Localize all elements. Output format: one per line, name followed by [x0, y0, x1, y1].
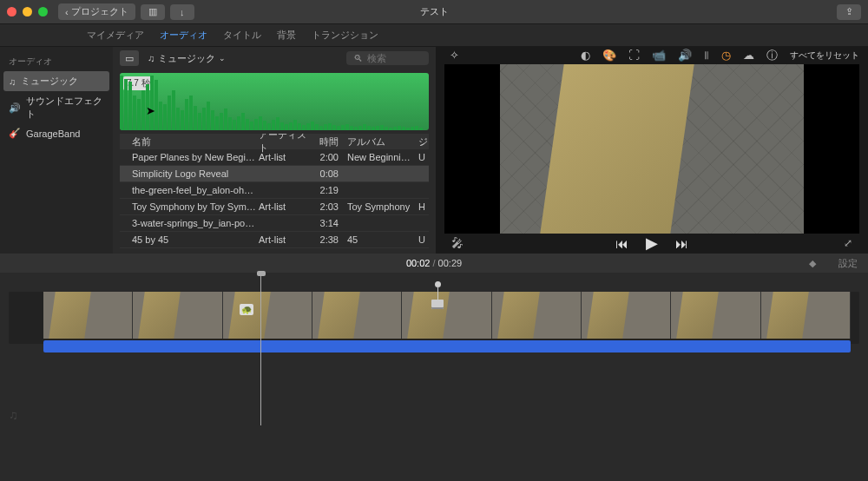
- speaker-icon: 🔊: [9, 102, 21, 114]
- volume-icon[interactable]: 🔊: [678, 49, 692, 62]
- speed-indicator-icon: 🐢: [240, 304, 253, 315]
- maximize-window[interactable]: [38, 7, 48, 16]
- library-icon: ▥: [148, 6, 157, 17]
- tab-backgrounds[interactable]: 背景: [277, 29, 296, 42]
- sidebar-item-label: サウンドエフェクト: [26, 95, 104, 121]
- time-display-bar: 00:02 / 00:29 ◆ 設定: [0, 254, 868, 273]
- timeline-clip[interactable]: [312, 292, 402, 339]
- timeline-clip[interactable]: [223, 292, 312, 339]
- info-icon[interactable]: ⓘ: [766, 48, 778, 63]
- view-mode-button[interactable]: ▭: [120, 50, 139, 66]
- music-icon: ♫: [148, 53, 155, 63]
- list-row[interactable]: 3-water-springs_by_ian-post...3:14: [120, 215, 429, 232]
- playback-controls: 🎤︎ ⏮ ▶ ⏭ ⤢: [436, 234, 868, 254]
- list-row[interactable]: Paper Planes by New Beginn...Art-list2:0…: [120, 149, 429, 166]
- audio-track[interactable]: [43, 340, 851, 353]
- settings-button[interactable]: 設定: [838, 257, 858, 270]
- timeline-clip[interactable]: [671, 292, 760, 339]
- sidebar-item-sfx[interactable]: 🔊 サウンドエフェクト: [0, 91, 113, 124]
- timeline-clip[interactable]: [761, 292, 851, 339]
- cell-time: 0:08: [307, 168, 339, 179]
- timeline-clip[interactable]: [43, 292, 133, 339]
- list-row[interactable]: Toy Symphony by Toy Symp...Art-list2:03T…: [120, 199, 429, 215]
- cell-genre: H: [413, 201, 427, 212]
- cell-album: New Beginnin...: [339, 152, 413, 162]
- share-icon: ⇪: [845, 6, 853, 17]
- waveform-preview[interactable]: 7.7 秒 ➤: [120, 73, 429, 130]
- search-input[interactable]: [367, 53, 419, 63]
- sidebar-item-label: GarageBand: [26, 128, 80, 139]
- cell-artist: Art-list: [259, 152, 307, 162]
- tab-audio[interactable]: オーディオ: [160, 29, 207, 42]
- audio-sidebar: オーディオ ♫ ミュージック 🔊 サウンドエフェクト 🎸 GarageBand: [0, 47, 113, 254]
- cell-artist: Art-list: [259, 234, 307, 245]
- source-selector[interactable]: ♫ ミュージック ⌄: [148, 52, 226, 65]
- current-time: 00:02: [406, 258, 431, 268]
- add-audio-icon[interactable]: ♫: [9, 408, 18, 422]
- tab-transitions[interactable]: トランジション: [312, 29, 378, 42]
- speedometer-icon[interactable]: ◷: [721, 49, 731, 62]
- search-icon: 🔍︎: [353, 53, 363, 63]
- fullscreen-icon[interactable]: ⤢: [844, 237, 852, 249]
- cell-name: 45 by 45: [120, 234, 259, 245]
- music-icon: ♫: [9, 76, 16, 87]
- list-row[interactable]: 45 by 45Art-list2:3845U: [120, 232, 429, 248]
- media-tabs: マイメディア オーディオ タイトル 背景 トランジション: [0, 24, 868, 47]
- microphone-icon[interactable]: 🎤︎: [451, 236, 464, 250]
- prev-button[interactable]: ⏮: [615, 236, 628, 251]
- close-window[interactable]: [7, 7, 16, 16]
- equalizer-icon[interactable]: ⫴: [704, 49, 709, 63]
- magic-wand-icon[interactable]: ✧: [444, 49, 459, 62]
- list-row[interactable]: Simplicity Logo Reveal0:08: [120, 166, 429, 182]
- cursor-icon: ➤: [146, 104, 155, 117]
- import-button[interactable]: ↓: [170, 4, 194, 20]
- cell-genre: U: [413, 152, 427, 162]
- project-title: テスト: [420, 5, 449, 18]
- download-icon: ↓: [180, 7, 185, 17]
- cell-name: 3-water-springs_by_ian-post...: [120, 218, 259, 228]
- video-viewer[interactable]: [444, 64, 859, 234]
- color-palette-icon[interactable]: 🎨: [602, 49, 616, 62]
- titlebar: ‹ プロジェクト ▥ ↓ テスト ⇪: [0, 0, 868, 24]
- audio-list: 名前 アーティスト 時間 アルバム ジ Paper Planes by New …: [120, 134, 429, 254]
- timeline-clip[interactable]: [582, 292, 671, 339]
- reset-all-button[interactable]: すべてをリセット: [790, 49, 859, 62]
- zoom-slider-handle[interactable]: ◆: [809, 258, 816, 269]
- minimize-window[interactable]: [23, 7, 32, 16]
- cell-time: 2:03: [307, 201, 339, 212]
- timeline-clip[interactable]: [133, 292, 222, 339]
- col-name[interactable]: 名前: [120, 135, 259, 148]
- preview-toolbar: ✧ ◐ 🎨 ⛶ 📹 🔊 ⫴ ◷ ☁ ⓘ すべてをリセット: [436, 47, 868, 64]
- preview-panel: ✧ ◐ 🎨 ⛶ 📹 🔊 ⫴ ◷ ☁ ⓘ すべてをリセット 🎤︎ ⏮ ▶ ⏭ ⤢: [436, 47, 868, 254]
- total-time: 00:29: [438, 258, 463, 268]
- share-button[interactable]: ⇪: [837, 4, 861, 20]
- cell-time: 2:00: [307, 152, 339, 162]
- play-button[interactable]: ▶: [646, 234, 658, 253]
- marker[interactable]: [431, 281, 444, 309]
- cell-name: the-green-feel_by_alon-ohan...: [120, 185, 259, 195]
- stabilize-icon[interactable]: ☁: [743, 49, 754, 62]
- col-time[interactable]: 時間: [307, 135, 339, 148]
- cell-name: Toy Symphony by Toy Symp...: [120, 201, 259, 212]
- cell-name: Paper Planes by New Beginn...: [120, 152, 259, 162]
- sidebar-item-garageband[interactable]: 🎸 GarageBand: [0, 124, 113, 142]
- next-button[interactable]: ⏭: [675, 236, 688, 251]
- search-field[interactable]: 🔍︎: [346, 51, 429, 65]
- crop-icon[interactable]: ⛶: [628, 49, 640, 62]
- timeline[interactable]: 🐢 ♫: [0, 273, 868, 425]
- timeline-clip[interactable]: [492, 292, 582, 339]
- tab-titles[interactable]: タイトル: [223, 29, 261, 42]
- col-album[interactable]: アルバム: [339, 135, 413, 148]
- list-row[interactable]: the-green-feel_by_alon-ohan...2:19: [120, 182, 429, 199]
- back-button[interactable]: ‹ プロジェクト: [58, 3, 135, 20]
- dropdown-icon: ⌄: [219, 54, 226, 63]
- contrast-icon[interactable]: ◐: [581, 49, 590, 62]
- sidebar-header: オーディオ: [0, 52, 113, 71]
- camera-icon[interactable]: 📹: [652, 49, 666, 62]
- timeline-clip[interactable]: [402, 292, 491, 339]
- col-genre[interactable]: ジ: [413, 135, 427, 148]
- library-toggle-button[interactable]: ▥: [141, 4, 165, 20]
- sidebar-item-music[interactable]: ♫ ミュージック: [3, 71, 109, 91]
- tab-my-media[interactable]: マイメディア: [87, 29, 144, 42]
- cell-artist: Art-list: [259, 201, 307, 212]
